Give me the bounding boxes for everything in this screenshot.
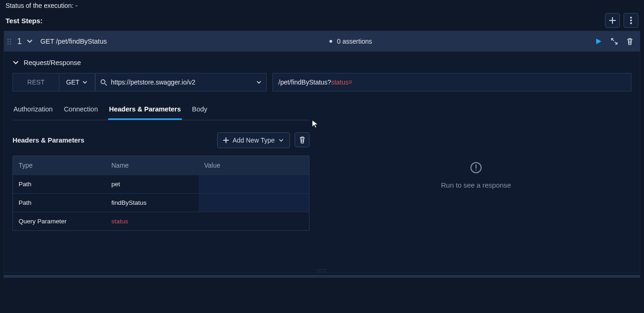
http-method-select[interactable]: GET [59, 73, 95, 91]
svg-rect-5 [476, 164, 477, 169]
svg-point-0 [630, 17, 632, 19]
assertions-count: 0 assertions [337, 38, 372, 45]
cell-value[interactable] [199, 212, 309, 230]
tab-connection[interactable]: Connection [63, 101, 99, 120]
http-method-label: GET [66, 78, 80, 86]
plus-icon [223, 137, 229, 143]
execution-status: Status of the execution: - [0, 0, 644, 9]
cell-name: pet [106, 175, 199, 193]
collapse-request-response-button[interactable] [13, 59, 19, 66]
delete-parameter-button[interactable] [295, 132, 309, 147]
resize-handle[interactable]: :::::: [4, 268, 640, 273]
run-step-button[interactable] [595, 38, 602, 45]
chevron-down-icon [278, 137, 284, 143]
expand-icon [611, 38, 618, 45]
bullet-icon [329, 40, 332, 43]
play-icon [595, 38, 602, 45]
svg-point-2 [630, 22, 632, 24]
svg-point-3 [101, 79, 105, 84]
next-step-bar [4, 275, 640, 278]
table-row[interactable]: Path pet [13, 175, 309, 193]
column-header-value: Value [199, 156, 309, 175]
chevron-down-icon [256, 79, 262, 85]
alert-icon [470, 162, 482, 174]
expand-step-button[interactable] [611, 38, 618, 45]
base-url-dropdown-button[interactable] [256, 79, 262, 85]
endpoint-path-input[interactable]: /pet/findByStatus?status= [272, 73, 631, 91]
column-header-type: Type [13, 156, 106, 175]
search-icon [100, 79, 107, 86]
base-url-input[interactable]: https://petstore.swagger.io/v2 [95, 73, 267, 91]
column-header-name: Name [106, 156, 199, 175]
cell-name: status [106, 212, 199, 230]
cell-value[interactable] [199, 175, 309, 193]
svg-rect-6 [476, 170, 477, 170]
drag-handle-icon[interactable] [6, 37, 13, 46]
headers-parameters-title: Headers & Parameters [13, 137, 84, 144]
plus-icon [609, 17, 616, 24]
chevron-down-icon [82, 79, 88, 85]
kebab-icon [630, 17, 632, 24]
more-menu-button[interactable] [624, 13, 638, 28]
request-response-section-title: Request/Response [24, 59, 81, 66]
tab-authorization[interactable]: Authorization [13, 101, 54, 120]
page-title: Test Steps: [6, 17, 43, 25]
add-new-type-label: Add New Type [232, 137, 275, 144]
delete-step-button[interactable] [626, 38, 633, 45]
table-row[interactable]: Path findByStatus [13, 193, 309, 212]
trash-icon [626, 38, 633, 45]
add-new-type-button[interactable]: Add New Type [217, 132, 290, 148]
tab-body[interactable]: Body [191, 101, 208, 120]
base-url-text: https://petstore.swagger.io/v2 [111, 78, 195, 86]
cell-type: Query Parameter [13, 212, 106, 230]
chevron-down-icon [26, 38, 33, 45]
endpoint-path-query: status= [331, 78, 353, 86]
response-placeholder-text: Run to see a response [441, 181, 511, 189]
cell-value[interactable] [199, 194, 309, 212]
chevron-down-icon [13, 59, 19, 66]
cell-name: findByStatus [106, 194, 199, 212]
cell-type: Path [13, 194, 106, 212]
add-step-button[interactable] [605, 13, 620, 28]
headers-parameters-table: Type Name Value Path pet Path findByStat… [13, 156, 309, 231]
response-panel: Run to see a response [321, 91, 631, 259]
collapse-step-button[interactable] [26, 38, 33, 45]
trash-icon [299, 136, 306, 143]
tab-headers-parameters[interactable]: Headers & Parameters [108, 101, 182, 120]
cell-type: Path [13, 175, 106, 193]
step-title: GET /pet/findByStatus [40, 38, 107, 45]
endpoint-path-prefix: /pet/findByStatus? [278, 78, 331, 86]
step-index: 1 [16, 37, 23, 46]
svg-point-1 [630, 20, 632, 21]
protocol-type: REST [13, 73, 59, 91]
step-header[interactable]: 1 GET /pet/findByStatus 0 assertions [4, 31, 640, 52]
table-row[interactable]: Query Parameter status [13, 212, 309, 230]
